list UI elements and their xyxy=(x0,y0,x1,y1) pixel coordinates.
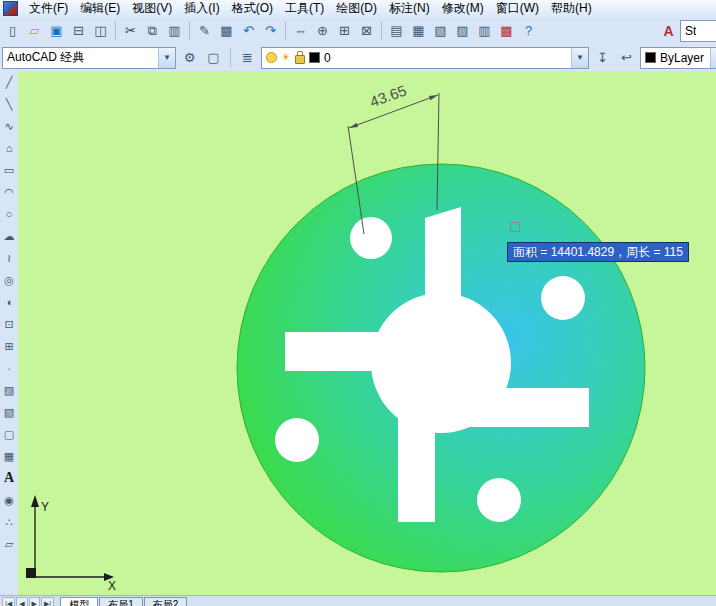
next-tab-icon[interactable]: ▶ xyxy=(29,597,40,606)
current-color-value: ByLayer xyxy=(660,51,704,65)
polygon-icon: ⌂ xyxy=(6,143,13,154)
menu-help[interactable]: 帮助(H) xyxy=(545,0,598,18)
tool-palettes-button[interactable]: ▧ xyxy=(430,20,451,41)
ellipse-button[interactable]: ◎ xyxy=(1,272,17,288)
text-style-combo[interactable]: St ▼ xyxy=(680,20,716,42)
copy-button[interactable]: ⧉ xyxy=(142,20,163,41)
donut-button[interactable]: ◉ xyxy=(1,492,17,508)
revision-cloud-button[interactable]: ☁ xyxy=(1,228,17,244)
menu-format[interactable]: 格式(O) xyxy=(226,0,279,18)
flange-part[interactable] xyxy=(237,164,645,572)
open-file-button[interactable]: ▱ xyxy=(24,20,45,41)
sun-icon[interactable]: ☀ xyxy=(281,52,291,63)
spline-button[interactable]: ≀ xyxy=(1,250,17,266)
layer-previous-button[interactable]: ↩ xyxy=(616,47,637,68)
help-button[interactable]: ? xyxy=(518,20,539,41)
right-slot-cutout[interactable] xyxy=(441,388,589,427)
first-tab-icon[interactable]: |◀ xyxy=(2,597,15,606)
drawing-canvas[interactable]: 43.65 Y X 面积 = 14401.4829，周长 = 115 xyxy=(18,71,716,595)
current-color-swatch xyxy=(645,52,656,63)
arc-button[interactable]: ◠ xyxy=(1,184,17,200)
circle-button[interactable]: ○ xyxy=(1,206,17,222)
divide-icon: ∴ xyxy=(6,517,13,528)
wipeout-button[interactable]: ▱ xyxy=(1,536,17,552)
chevron-down-icon[interactable]: ▼ xyxy=(710,48,716,68)
zoom-previous-button[interactable]: ⊠ xyxy=(356,20,377,41)
menu-draw[interactable]: 绘图(D) xyxy=(330,0,383,18)
bolt-hole-top-left[interactable] xyxy=(350,217,392,259)
pan-button[interactable]: ⇔ xyxy=(290,20,311,41)
plot-preview-button[interactable]: ◫ xyxy=(90,20,111,41)
scissors-icon: ✂ xyxy=(125,24,136,37)
previous-tab-icon[interactable]: ◀ xyxy=(16,597,27,606)
menu-tools[interactable]: 工具(T) xyxy=(279,0,330,18)
bolt-hole-bottom[interactable] xyxy=(477,478,521,522)
menu-edit[interactable]: 编辑(E) xyxy=(74,0,126,18)
ucs-y-label: Y xyxy=(41,500,49,514)
paste-button[interactable]: ▥ xyxy=(164,20,185,41)
workspace-settings-button[interactable]: ⚙ xyxy=(179,47,200,68)
tab-layout2[interactable]: 布局2 xyxy=(144,597,188,606)
markup-set-manager-button[interactable]: ▥ xyxy=(474,20,495,41)
zoom-window-button[interactable]: ⊞ xyxy=(334,20,355,41)
top-slot-cutout[interactable] xyxy=(425,207,461,367)
designcenter-button[interactable]: ▦ xyxy=(408,20,429,41)
last-tab-icon[interactable]: ▶| xyxy=(41,597,54,606)
polyline-button[interactable]: ∿ xyxy=(1,118,17,134)
ellipse-icon: ◎ xyxy=(4,275,14,286)
bolt-hole-left[interactable] xyxy=(275,418,319,462)
tab-layout1[interactable]: 布局1 xyxy=(99,597,143,606)
rectangle-button[interactable]: ▭ xyxy=(1,162,17,178)
ellipse-arc-button[interactable]: ◖ xyxy=(1,294,17,310)
hatch-button[interactable]: ▨ xyxy=(1,382,17,398)
cut-button[interactable]: ✂ xyxy=(120,20,141,41)
workspace-combo[interactable]: AutoCAD 经典 ▼ xyxy=(2,47,176,69)
table-button[interactable]: ▦ xyxy=(1,448,17,464)
color-control-combo[interactable]: ByLayer ▼ xyxy=(640,47,716,69)
layers-toolbar: AutoCAD 经典 ▼ ⚙ ▢ ≣ ☀ 0 ▼ ↧ ↩ ByLayer ▼ xyxy=(0,44,716,72)
tab-model[interactable]: 模型 xyxy=(60,597,98,606)
layer-properties-manager-button[interactable]: ≣ xyxy=(237,47,258,68)
divide-button[interactable]: ∴ xyxy=(1,514,17,530)
construction-line-button[interactable]: ╲ xyxy=(1,96,17,112)
save-workspace-button[interactable]: ▢ xyxy=(203,47,224,68)
menu-window[interactable]: 窗口(W) xyxy=(490,0,545,18)
chevron-down-icon[interactable]: ▼ xyxy=(571,48,588,68)
bulb-on-icon[interactable] xyxy=(266,52,277,63)
chevron-down-icon[interactable]: ▼ xyxy=(158,48,175,68)
zoom-previous-icon: ⊠ xyxy=(361,24,372,37)
redo-button[interactable]: ↷ xyxy=(260,20,281,41)
text-style-icon: A xyxy=(663,24,673,38)
application-icon[interactable] xyxy=(3,1,18,16)
save-button[interactable]: ▣ xyxy=(46,20,67,41)
menu-insert[interactable]: 插入(I) xyxy=(178,0,225,18)
make-block-button[interactable]: ⊞ xyxy=(1,338,17,354)
menu-file[interactable]: 文件(F) xyxy=(23,0,74,18)
block-editor-button[interactable]: ▩ xyxy=(216,20,237,41)
quickcalc-button[interactable]: ▩ xyxy=(496,20,517,41)
sheet-set-manager-button[interactable]: ▨ xyxy=(452,20,473,41)
polyline-icon: ∿ xyxy=(4,121,13,132)
bottom-slot-cutout[interactable] xyxy=(398,361,435,522)
properties-button[interactable]: ▤ xyxy=(386,20,407,41)
menu-view[interactable]: 视图(V) xyxy=(126,0,178,18)
line-button[interactable]: ╱ xyxy=(1,74,17,90)
menu-dimension[interactable]: 标注(N) xyxy=(383,0,436,18)
undo-button[interactable]: ↶ xyxy=(238,20,259,41)
polygon-button[interactable]: ⌂ xyxy=(1,140,17,156)
lock-icon[interactable] xyxy=(295,55,305,64)
region-button[interactable]: ▢ xyxy=(1,426,17,442)
text-style-button[interactable]: A xyxy=(658,20,679,41)
menu-modify[interactable]: 修改(M) xyxy=(436,0,490,18)
zoom-realtime-button[interactable]: ⊕ xyxy=(312,20,333,41)
plot-button[interactable]: ⊟ xyxy=(68,20,89,41)
gradient-button[interactable]: ▧ xyxy=(1,404,17,420)
insert-block-button[interactable]: ⊡ xyxy=(1,316,17,332)
match-properties-button[interactable]: ✎ xyxy=(194,20,215,41)
new-file-button[interactable]: ▯ xyxy=(2,20,23,41)
multiline-text-button[interactable]: A xyxy=(1,470,17,486)
bolt-hole-right[interactable] xyxy=(541,276,585,320)
make-object-layer-current-button[interactable]: ↧ xyxy=(592,47,613,68)
layer-combo[interactable]: ☀ 0 ▼ xyxy=(261,47,589,69)
point-button[interactable]: ∙ xyxy=(1,360,17,376)
